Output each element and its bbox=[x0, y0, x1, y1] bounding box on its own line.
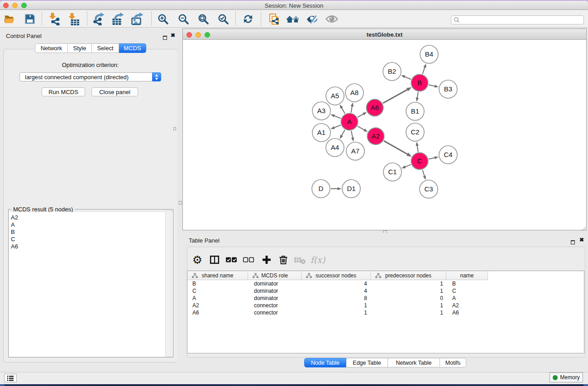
table-close-panel-icon[interactable]: ✖ bbox=[579, 238, 584, 242]
table-tab-motifs[interactable]: Motifs bbox=[440, 358, 466, 367]
select-all-checks-icon[interactable] bbox=[225, 253, 238, 267]
export-network-icon[interactable] bbox=[91, 12, 105, 26]
table-tab-network-table[interactable]: Network Table bbox=[388, 358, 440, 367]
table-cell: 0 bbox=[440, 295, 443, 302]
table-cell: C bbox=[192, 287, 196, 295]
refresh-layout-icon[interactable] bbox=[241, 12, 255, 26]
svg-text:B: B bbox=[417, 79, 422, 86]
save-session-icon[interactable] bbox=[23, 12, 37, 26]
table-tab-edge-table[interactable]: Edge Table bbox=[346, 358, 388, 367]
run-mcds-button[interactable]: Run MCDS bbox=[42, 87, 85, 96]
mcds-result-item[interactable]: C bbox=[9, 236, 172, 243]
open-file-icon[interactable] bbox=[3, 12, 16, 26]
column-header-predecessor-nodes[interactable]: predecessor nodes bbox=[371, 271, 446, 280]
mcds-result-label: MCDS result (5 nodes) bbox=[11, 206, 75, 213]
table-row[interactable]: A6connector11A6 bbox=[187, 309, 584, 316]
table-cell: A6 bbox=[192, 309, 199, 316]
node-table[interactable]: shared nameMCDS rolesuccessor nodesprede… bbox=[187, 271, 584, 353]
export-table-icon[interactable] bbox=[111, 12, 124, 26]
table-cell: 4 bbox=[364, 280, 367, 287]
graph-node-D1: D1 bbox=[342, 180, 360, 198]
hide-panels-eye-icon[interactable] bbox=[306, 12, 319, 26]
zoom-selected-icon[interactable] bbox=[216, 12, 230, 26]
hierarchy-icon bbox=[253, 273, 258, 280]
delete-table-icon bbox=[293, 253, 306, 267]
window-resize-grip[interactable] bbox=[581, 224, 586, 229]
control-tab-network[interactable]: Network bbox=[35, 43, 68, 53]
import-table-icon[interactable] bbox=[67, 12, 81, 26]
control-tab-mcds[interactable]: MCDS bbox=[119, 43, 146, 53]
app-window: Session: New Session bbox=[0, 1, 588, 384]
svg-text:A5: A5 bbox=[331, 92, 339, 100]
criterion-dropdown[interactable]: largest connected component (directed) bbox=[19, 72, 161, 81]
close-panel-button[interactable]: Close panel bbox=[91, 87, 138, 96]
table-row[interactable]: Cdominator41C bbox=[187, 287, 584, 295]
table-cell: dominator bbox=[254, 295, 278, 302]
table-tab-node-table[interactable]: Node Table bbox=[304, 358, 346, 367]
svg-text:C: C bbox=[417, 157, 422, 165]
control-tab-style[interactable]: Style bbox=[68, 43, 92, 53]
clear-checks-icon[interactable] bbox=[242, 253, 255, 267]
table-row[interactable]: Bdominator41B bbox=[187, 280, 584, 287]
add-plus-icon[interactable] bbox=[260, 253, 273, 267]
result-scrollbar[interactable] bbox=[165, 210, 172, 357]
mcds-result-item[interactable]: A bbox=[9, 221, 172, 229]
zoom-fit-icon[interactable] bbox=[196, 12, 210, 26]
graph-node-C2: C2 bbox=[406, 123, 424, 141]
network-view-window[interactable]: testGlobe.txt B4B2BB3A8A5A6B1A3AA1C2A2A4… bbox=[182, 29, 587, 230]
gear-icon[interactable]: ⚙ bbox=[191, 253, 204, 267]
splitter-grip-left[interactable] bbox=[179, 201, 182, 205]
show-all-networks-icon[interactable] bbox=[286, 12, 300, 26]
graph-node-B3: B3 bbox=[439, 80, 457, 98]
network-canvas[interactable]: B4B2BB3A8A5A6B1A3AA1C2A2A4A7C4CC1C3DD1 bbox=[183, 40, 586, 230]
table-row[interactable]: A2connector11A2 bbox=[187, 302, 584, 309]
memory-button[interactable]: Memory bbox=[550, 372, 583, 382]
column-header-MCDS-role[interactable]: MCDS role bbox=[248, 271, 301, 280]
network-graph[interactable]: B4B2BB3A8A5A6B1A3AA1C2A2A4A7C4CC1C3DD1 bbox=[183, 40, 586, 230]
svg-text:A: A bbox=[347, 118, 352, 125]
table-cell: connector bbox=[254, 302, 278, 309]
svg-text:C1: C1 bbox=[388, 168, 397, 176]
table-cell: B bbox=[452, 280, 456, 287]
svg-text:C2: C2 bbox=[411, 128, 419, 136]
control-tab-select[interactable]: Select bbox=[92, 43, 119, 53]
zoom-in-icon[interactable] bbox=[156, 12, 170, 26]
search-input[interactable] bbox=[460, 16, 583, 24]
mcds-result-item[interactable]: A2 bbox=[9, 214, 172, 221]
toolbar-separator bbox=[235, 12, 236, 25]
import-network-icon[interactable] bbox=[48, 12, 61, 26]
svg-text:A6: A6 bbox=[371, 104, 379, 111]
float-panel-icon[interactable] bbox=[163, 33, 167, 42]
table-row[interactable]: Adominator80A bbox=[187, 295, 584, 302]
mcds-result-list[interactable]: A2ABCA6 bbox=[9, 212, 172, 357]
svg-text:A3: A3 bbox=[317, 107, 325, 114]
table-float-panel-icon[interactable] bbox=[571, 238, 575, 246]
trash-icon[interactable] bbox=[277, 253, 290, 267]
column-header-successor-nodes[interactable]: successor nodes bbox=[301, 271, 371, 280]
column-header-name[interactable]: name bbox=[446, 271, 488, 280]
table-cell: A2 bbox=[192, 302, 199, 309]
mcds-result-item[interactable]: B bbox=[9, 229, 172, 236]
show-panels-eye-icon[interactable] bbox=[325, 12, 339, 26]
task-history-button[interactable] bbox=[4, 374, 17, 382]
network-window-titlebar[interactable]: testGlobe.txt bbox=[183, 29, 586, 40]
column-header-shared-name[interactable]: shared name bbox=[187, 271, 248, 280]
table-panel-content: ⚙ f(x) shared nameMCDS rolesuccessor nod… bbox=[187, 247, 585, 357]
graph-node-B: B bbox=[411, 75, 428, 91]
close-panel-icon[interactable]: ✖ bbox=[171, 33, 175, 38]
app-titlebar[interactable]: Session: New Session bbox=[0, 1, 588, 10]
optimization-criterion-label: Optimization criterion: bbox=[4, 62, 177, 68]
graph-node-A6: A6 bbox=[367, 100, 383, 116]
table-cell: 1 bbox=[440, 309, 443, 316]
status-bar: Memory bbox=[0, 372, 588, 384]
zoom-out-icon[interactable] bbox=[177, 12, 190, 26]
search-field[interactable] bbox=[451, 15, 584, 24]
split-columns-icon[interactable] bbox=[208, 253, 221, 267]
panel-splitter-grip[interactable] bbox=[173, 127, 176, 130]
graph-node-A7: A7 bbox=[346, 142, 364, 160]
duplicate-network-icon[interactable] bbox=[268, 12, 281, 26]
mcds-result-item[interactable]: A6 bbox=[9, 243, 172, 250]
graph-node-C: C bbox=[411, 153, 428, 170]
export-image-icon[interactable] bbox=[130, 12, 144, 26]
table-cell: 1 bbox=[440, 287, 443, 295]
